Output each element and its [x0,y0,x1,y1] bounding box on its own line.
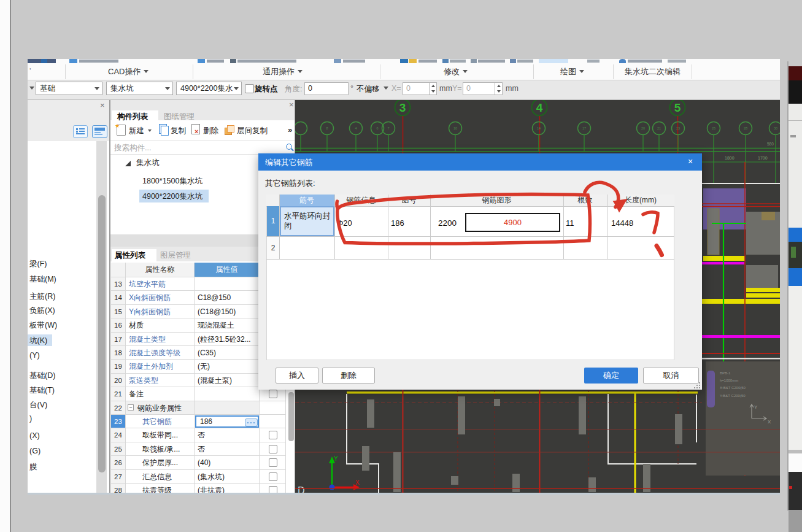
svg-text:580: 580 [767,142,774,146]
svg-text:23: 23 [676,126,680,130]
svg-text:3: 3 [399,101,406,114]
svg-text:21: 21 [657,126,661,130]
svg-text:X: X [768,419,771,425]
svg-text:X:B&T C200(50: X:B&T C200(50 [720,386,746,390]
svg-text:4: 4 [355,126,357,130]
svg-text:1800: 1800 [725,156,735,160]
svg-text:10: 10 [453,126,457,130]
svg-text:20: 20 [641,126,645,130]
svg-text:Y: Y [334,455,338,462]
svg-text:28: 28 [744,126,747,130]
svg-text:X: X [355,479,360,486]
svg-text:26: 26 [712,126,715,130]
svg-text:BPB-1: BPB-1 [720,371,731,375]
svg-text:14: 14 [537,126,541,130]
svg-text:4: 4 [536,101,543,114]
svg-text:30: 30 [774,126,777,130]
svg-text:5: 5 [674,101,681,114]
svg-text:17: 17 [582,126,586,130]
svg-text:Y:B&T C200(50: Y:B&T C200(50 [720,394,746,398]
svg-text:Y: Y [754,404,758,410]
svg-text:8: 8 [326,126,328,130]
svg-text:1700: 1700 [758,156,768,160]
svg-text:7: 7 [387,126,389,130]
svg-text:h=1000mm: h=1000mm [720,379,738,382]
svg-text:6: 6 [376,126,378,130]
